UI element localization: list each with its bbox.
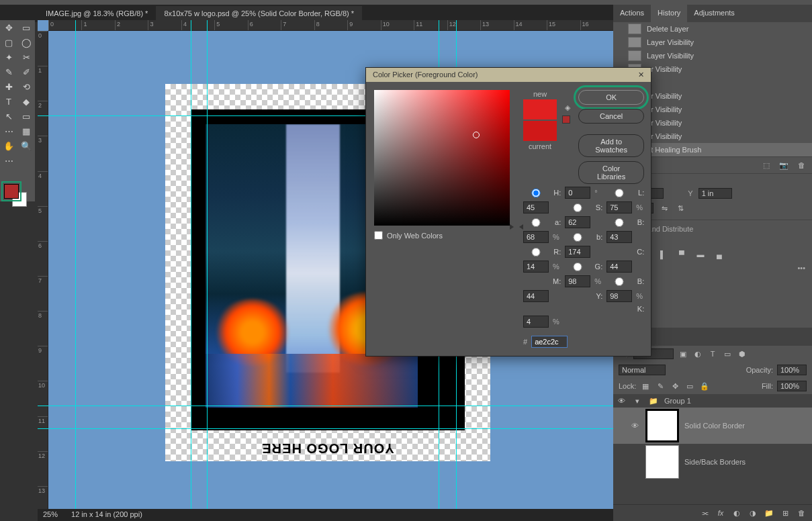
more-dots[interactable]: ⋯ — [0, 153, 17, 168]
lock-all-icon[interactable]: 🔒 — [699, 381, 710, 391]
new-layer-icon[interactable]: ⊞ — [780, 508, 791, 518]
wand-tool[interactable]: ✦ — [0, 50, 17, 64]
hand-tool[interactable]: ✋ — [0, 138, 17, 153]
input-l[interactable] — [523, 201, 549, 214]
cube-icon[interactable]: ◈ — [562, 102, 573, 113]
flip-h-icon[interactable]: ⇋ — [659, 203, 670, 214]
input-a[interactable] — [565, 216, 590, 228]
input-bv[interactable] — [523, 231, 549, 243]
radio-g[interactable] — [565, 263, 590, 271]
input-r[interactable] — [565, 246, 590, 258]
foreground-color-swatch[interactable] — [4, 184, 19, 199]
path-tool[interactable]: ↖ — [0, 109, 17, 124]
healing-tool[interactable]: ✚ — [0, 79, 17, 94]
current-color-swatch[interactable] — [523, 121, 557, 141]
align-bottom-icon[interactable]: ▄ — [714, 249, 725, 260]
eye-icon[interactable]: 👁 — [629, 420, 640, 431]
tab-actions[interactable]: Actions — [613, 5, 651, 22]
zoom-level[interactable]: 25% — [43, 510, 58, 520]
radio-h[interactable] — [523, 189, 549, 197]
trash-icon[interactable]: 🗑 — [796, 508, 807, 518]
link-icon[interactable]: ⫘ — [699, 508, 710, 518]
history-item[interactable]: Layer Visibility — [613, 36, 812, 49]
input-g[interactable] — [606, 260, 632, 273]
radio-a[interactable] — [523, 218, 549, 227]
new-color-swatch — [523, 99, 557, 120]
move-tool[interactable]: ✥ — [0, 20, 17, 35]
radio-l[interactable] — [606, 189, 632, 197]
color-libraries-button[interactable]: Color Libraries — [578, 161, 644, 184]
layer-solid-color[interactable]: 👁 Solid Color Border — [613, 408, 812, 444]
clone-tool[interactable]: ⟲ — [17, 79, 35, 94]
fill-input[interactable] — [777, 381, 807, 391]
adjustment-icon[interactable]: ◑ — [748, 508, 758, 518]
trash-icon[interactable]: 🗑 — [796, 160, 807, 171]
chevron-down-icon[interactable]: ▾ — [632, 395, 643, 406]
align-top-icon[interactable]: ▀ — [676, 249, 687, 260]
zoom-tool[interactable]: 🔍 — [17, 138, 35, 153]
filter-smart-icon[interactable]: ⬢ — [737, 348, 748, 359]
gradient-tool[interactable]: ▦ — [17, 124, 35, 138]
radio-r[interactable] — [523, 248, 549, 256]
artboard-tool[interactable]: ▭ — [17, 20, 35, 35]
crop-tool[interactable]: ✂ — [17, 50, 35, 64]
close-icon[interactable]: ✕ — [638, 70, 644, 79]
fx-icon[interactable]: fx — [715, 508, 726, 518]
lock-move-icon[interactable]: ✥ — [670, 381, 680, 391]
blend-mode[interactable] — [619, 365, 666, 375]
doc-tab-2[interactable]: 8x10x75 w logo.psd @ 25% (Solid Color Bo… — [156, 6, 362, 21]
text-tool[interactable]: T — [0, 94, 17, 109]
new-snapshot-icon[interactable]: ⬚ — [761, 160, 772, 171]
more-icon[interactable]: ••• — [797, 264, 805, 272]
input-c[interactable] — [523, 260, 549, 273]
radio-b2[interactable] — [606, 277, 632, 286]
input-y[interactable] — [606, 290, 632, 302]
ok-button[interactable]: OK — [578, 90, 644, 105]
lock-transparent-icon[interactable]: ▦ — [640, 381, 651, 391]
more-tool[interactable]: ⋯ — [0, 124, 17, 138]
lock-artboard-icon[interactable]: ▭ — [684, 381, 695, 391]
rect-tool[interactable]: ▭ — [17, 109, 35, 124]
history-item[interactable]: Layer Visibility — [613, 49, 812, 62]
add-swatches-button[interactable]: Add to Swatches — [578, 134, 644, 157]
layer-group[interactable]: 👁 ▾ 📁 Group 1 — [613, 394, 812, 408]
camera-icon[interactable]: 📷 — [778, 160, 789, 171]
hex-input[interactable] — [531, 336, 568, 348]
cancel-button[interactable]: Cancel — [578, 109, 644, 124]
input-b[interactable] — [606, 231, 632, 243]
align-right-icon[interactable]: ▌ — [658, 249, 668, 260]
flip-v-icon[interactable]: ⇅ — [675, 203, 686, 214]
shape-tool[interactable]: ◆ — [17, 94, 35, 109]
input-s[interactable] — [606, 201, 632, 214]
input-h[interactable] — [565, 187, 590, 199]
history-item[interactable]: Delete Layer — [613, 22, 812, 36]
mask-icon[interactable]: ◐ — [731, 508, 742, 518]
input-b2[interactable] — [523, 290, 549, 302]
opacity-input[interactable] — [777, 365, 807, 375]
brush-tool[interactable]: ✐ — [17, 64, 35, 79]
tab-history[interactable]: History — [651, 5, 687, 22]
radio-s[interactable] — [565, 203, 590, 212]
eye-icon[interactable]: 👁 — [616, 395, 627, 406]
lasso-tool[interactable]: ◯ — [17, 35, 35, 50]
websafe-swatch[interactable] — [562, 115, 570, 124]
filter-shape-icon[interactable]: ▭ — [722, 348, 733, 359]
saturation-value-picker[interactable] — [374, 90, 510, 226]
filter-image-icon[interactable]: ▣ — [678, 348, 688, 359]
web-colors-checkbox[interactable] — [374, 231, 383, 240]
filter-text-icon[interactable]: T — [707, 348, 718, 359]
marquee-tool[interactable]: ▢ — [0, 35, 17, 50]
layer-side-back[interactable]: 👁 Side/Back Borders — [613, 444, 812, 480]
eyedropper-tool[interactable]: ✎ — [0, 64, 17, 79]
align-middle-icon[interactable]: ▬ — [695, 249, 706, 260]
radio-b[interactable] — [565, 233, 590, 242]
lock-brush-icon[interactable]: ✎ — [655, 381, 666, 391]
input-m[interactable] — [565, 275, 590, 287]
tab-adjustments[interactable]: Adjustments — [687, 5, 741, 22]
folder-icon[interactable]: 📁 — [764, 508, 774, 518]
input-k[interactable] — [523, 316, 549, 328]
doc-tab-1[interactable]: IMAGE.jpg @ 18.3% (RGB/8) * — [38, 6, 156, 21]
filter-adjust-icon[interactable]: ◐ — [692, 348, 703, 359]
radio-bv[interactable] — [606, 218, 632, 227]
input-y[interactable] — [698, 188, 732, 199]
